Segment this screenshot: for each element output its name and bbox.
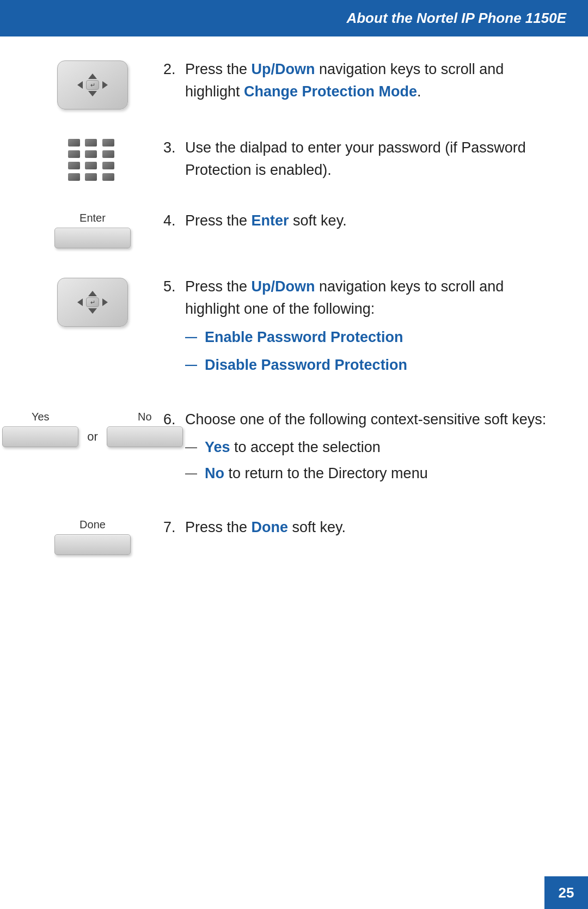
enter-key-button xyxy=(54,228,131,248)
bullet-disable: — Disable Password Protection xyxy=(185,354,555,376)
step-7-image: Done xyxy=(33,516,152,555)
step-6-image: Yes or No xyxy=(33,408,152,447)
bullet-dash-2: — xyxy=(185,354,197,376)
step-5-bullet-list: — Enable Password Protection — Disable P… xyxy=(185,326,555,376)
nav-ok-button-2: ↵ xyxy=(86,297,99,307)
yes-key-button xyxy=(2,426,78,447)
nav-right-arrow-2 xyxy=(102,298,108,306)
enter-key-label: Enter xyxy=(79,212,106,224)
dialpad-key-0 xyxy=(85,173,97,181)
yes-key-label: Yes xyxy=(32,411,50,423)
done-key-label: Done xyxy=(79,518,106,531)
step-3-row: 3. Use the dialpad to enter your passwor… xyxy=(33,137,555,182)
nav-up-arrow-2 xyxy=(88,291,97,296)
step-2-row: ↵ 2. Press the Up/Down navigation keys t… xyxy=(33,58,555,109)
nav-left-arrow xyxy=(77,81,83,89)
step-5-text: 5. Press the Up/Down navigation keys to … xyxy=(152,276,555,381)
step-2-image: ↵ xyxy=(33,58,152,109)
nav-ok-icon: ↵ xyxy=(90,82,95,89)
sub-yes-highlight: Yes xyxy=(205,439,230,455)
dialpad-key-1 xyxy=(68,139,80,147)
dialpad-key-8 xyxy=(85,162,97,169)
step-2-num: 2. xyxy=(163,58,183,81)
step-3-paragraph: Use the dialpad to enter your password (… xyxy=(185,137,555,181)
enable-password-text: Enable Password Protection xyxy=(205,326,403,349)
dialpad-image xyxy=(68,139,117,182)
step-7-num: 7. xyxy=(163,516,183,539)
header-title: About the Nortel IP Phone 1150E xyxy=(346,10,566,27)
disable-password-text: Disable Password Protection xyxy=(205,354,407,376)
sub-dash-2: — xyxy=(185,462,197,484)
nav-key-image-2: ↵ xyxy=(57,278,128,327)
bullet-dash-1: — xyxy=(185,326,197,348)
step-6-row: Yes or No 6. Choose one of the following… xyxy=(33,408,555,489)
nav-up-arrow xyxy=(88,74,97,79)
nav-key-image: ↵ xyxy=(57,60,128,109)
nav-left-arrow-2 xyxy=(77,298,83,306)
sub-yes-text: Yes to accept the selection xyxy=(205,436,381,459)
sub-bullet-yes: — Yes to accept the selection xyxy=(185,436,546,459)
step-3-text: 3. Use the dialpad to enter your passwor… xyxy=(152,137,555,181)
or-label: or xyxy=(87,430,98,444)
dialpad-key-star xyxy=(68,173,80,181)
step-4-highlight-enter: Enter xyxy=(252,212,289,229)
step-5-num: 5. xyxy=(163,276,183,298)
nav-right-arrow xyxy=(102,81,108,89)
step-6-num: 6. xyxy=(163,408,183,431)
step-7-row: Done 7. Press the Done soft key. xyxy=(33,516,555,555)
main-content: ↵ 2. Press the Up/Down navigation keys t… xyxy=(0,36,588,604)
dialpad-key-2 xyxy=(85,139,97,147)
step-6-text: 6. Choose one of the following context-s… xyxy=(152,408,555,489)
step-4-image: Enter xyxy=(33,210,152,248)
dialpad-key-4 xyxy=(68,150,80,158)
dialpad-key-hash xyxy=(102,173,114,181)
sub-no-text: No to return to the Directory menu xyxy=(205,462,428,485)
enter-key-wrap: Enter xyxy=(54,212,131,248)
nav-ok-icon-2: ↵ xyxy=(90,299,95,306)
step-2-text: 2. Press the Up/Down navigation keys to … xyxy=(152,58,555,102)
page-header: About the Nortel IP Phone 1150E xyxy=(0,0,588,36)
step-4-row: Enter 4. Press the Enter soft key. xyxy=(33,210,555,248)
sub-bullet-no: — No to return to the Directory menu xyxy=(185,462,546,485)
step-7-paragraph: Press the Done soft key. xyxy=(185,516,346,539)
nav-down-arrow-2 xyxy=(88,308,97,314)
step-4-num: 4. xyxy=(163,210,183,232)
step-3-image xyxy=(33,137,152,182)
dialpad-key-9 xyxy=(102,162,114,169)
dialpad-key-3 xyxy=(102,139,114,147)
yes-key-wrap: Yes xyxy=(2,411,78,447)
step-3-num: 3. xyxy=(163,137,183,159)
sub-no-highlight: No xyxy=(205,465,224,481)
no-key-label: No xyxy=(138,411,152,423)
nav-down-arrow xyxy=(88,91,97,96)
dialpad-key-5 xyxy=(85,150,97,158)
step-4-paragraph: Press the Enter soft key. xyxy=(185,210,347,232)
dialpad-key-6 xyxy=(102,150,114,158)
step-2-highlight-updown: Up/Down xyxy=(252,61,315,77)
step-4-text: 4. Press the Enter soft key. xyxy=(152,210,555,232)
step-2-highlight-change: Change Protection Mode xyxy=(244,83,417,100)
page-footer: 25 xyxy=(544,876,588,909)
page-number: 25 xyxy=(559,884,574,901)
step-6-paragraph: Choose one of the following context-sens… xyxy=(185,408,546,431)
step-5-highlight-updown: Up/Down xyxy=(252,278,315,295)
bullet-enable: — Enable Password Protection xyxy=(185,326,555,349)
step-7-highlight-done: Done xyxy=(252,519,289,535)
nav-ok-button: ↵ xyxy=(86,80,99,90)
step-5-row: ↵ 5. Press the Up/Down navigation keys t… xyxy=(33,276,555,381)
step-6-sub-list: — Yes to accept the selection — No to re… xyxy=(185,436,546,485)
step-5-paragraph: Press the Up/Down navigation keys to scr… xyxy=(185,276,555,320)
step-7-text: 7. Press the Done soft key. xyxy=(152,516,555,539)
done-key-wrap: Done xyxy=(54,518,131,555)
done-key-button xyxy=(54,534,131,555)
step-5-image: ↵ xyxy=(33,276,152,327)
step-2-paragraph: Press the Up/Down navigation keys to scr… xyxy=(185,58,555,102)
dialpad-key-7 xyxy=(68,162,80,169)
sub-dash-1: — xyxy=(185,436,197,458)
